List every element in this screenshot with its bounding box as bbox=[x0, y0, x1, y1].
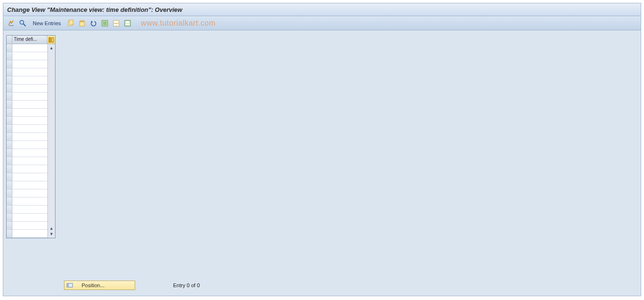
scroll-up-icon[interactable]: ▲ bbox=[49, 45, 55, 51]
cell-time-definition[interactable] bbox=[12, 173, 47, 181]
svg-rect-13 bbox=[126, 21, 129, 23]
cell-time-definition[interactable] bbox=[12, 141, 47, 149]
cell-time-definition[interactable] bbox=[12, 133, 47, 141]
cell-time-definition[interactable] bbox=[12, 165, 47, 173]
cell-time-definition[interactable] bbox=[12, 214, 47, 222]
row-selector[interactable] bbox=[7, 149, 12, 157]
page-title: Change View "Maintenance view: time defi… bbox=[7, 6, 182, 13]
table-row[interactable] bbox=[7, 93, 47, 101]
row-selector[interactable] bbox=[7, 109, 12, 117]
cell-time-definition[interactable] bbox=[12, 68, 47, 76]
table-row[interactable] bbox=[7, 125, 47, 133]
table-row[interactable] bbox=[7, 157, 47, 165]
cell-time-definition[interactable] bbox=[12, 197, 47, 206]
row-selector[interactable] bbox=[7, 125, 12, 133]
row-selector[interactable] bbox=[7, 173, 12, 181]
table-row[interactable] bbox=[7, 197, 47, 206]
table-row[interactable] bbox=[7, 109, 47, 117]
row-selector-header[interactable] bbox=[7, 36, 12, 44]
position-button[interactable]: Position... bbox=[64, 281, 135, 290]
row-selector[interactable] bbox=[7, 189, 12, 197]
scroll-up2-icon[interactable]: ▲ bbox=[49, 225, 55, 231]
row-selector[interactable] bbox=[7, 181, 12, 189]
table-row[interactable] bbox=[7, 68, 47, 76]
print-icon[interactable] bbox=[123, 19, 132, 28]
table-row[interactable] bbox=[7, 206, 47, 214]
row-selector[interactable] bbox=[7, 117, 12, 125]
row-selector[interactable] bbox=[7, 52, 12, 60]
row-selector[interactable] bbox=[7, 157, 12, 165]
cell-time-definition[interactable] bbox=[12, 125, 47, 133]
cell-time-definition[interactable] bbox=[12, 149, 47, 157]
find-icon[interactable] bbox=[18, 19, 27, 28]
cell-time-definition[interactable] bbox=[12, 44, 47, 52]
cell-time-definition[interactable] bbox=[12, 84, 47, 93]
new-entries-button[interactable]: New Entries bbox=[30, 19, 64, 27]
deselect-all-icon[interactable] bbox=[112, 19, 120, 28]
cell-time-definition[interactable] bbox=[12, 117, 47, 125]
cell-time-definition[interactable] bbox=[12, 222, 47, 230]
row-selector[interactable] bbox=[7, 165, 12, 173]
table-row[interactable] bbox=[7, 76, 47, 84]
svg-rect-9 bbox=[103, 21, 107, 25]
svg-point-0 bbox=[20, 20, 24, 24]
svg-rect-18 bbox=[67, 283, 69, 287]
row-selector[interactable] bbox=[7, 68, 12, 76]
svg-rect-4 bbox=[80, 22, 84, 26]
column-header-time-definition[interactable]: Time defi... bbox=[12, 36, 47, 44]
svg-rect-12 bbox=[125, 20, 130, 26]
cell-time-definition[interactable] bbox=[12, 181, 47, 189]
row-selector[interactable] bbox=[7, 60, 12, 68]
vertical-scrollbar[interactable]: ▲ ▲ ▼ bbox=[47, 44, 55, 238]
table-row[interactable] bbox=[7, 222, 47, 230]
row-selector[interactable] bbox=[7, 84, 12, 93]
copy-icon[interactable] bbox=[66, 19, 75, 28]
row-selector[interactable] bbox=[7, 230, 12, 238]
delete-icon[interactable] bbox=[78, 19, 86, 28]
select-all-icon[interactable] bbox=[101, 19, 109, 28]
toggle-display-change-icon[interactable] bbox=[7, 19, 16, 28]
table-header-row: Time defi... bbox=[7, 36, 55, 44]
cell-time-definition[interactable] bbox=[12, 230, 47, 238]
cell-time-definition[interactable] bbox=[12, 109, 47, 117]
row-selector[interactable] bbox=[7, 197, 12, 206]
table-row[interactable] bbox=[7, 173, 47, 181]
row-selector[interactable] bbox=[7, 222, 12, 230]
cell-time-definition[interactable] bbox=[12, 157, 47, 165]
cell-time-definition[interactable] bbox=[12, 206, 47, 214]
row-selector[interactable] bbox=[7, 206, 12, 214]
scroll-down-icon[interactable]: ▼ bbox=[49, 231, 55, 237]
row-selector[interactable] bbox=[7, 76, 12, 84]
table-row[interactable] bbox=[7, 165, 47, 173]
cell-time-definition[interactable] bbox=[12, 60, 47, 68]
row-selector[interactable] bbox=[7, 101, 12, 109]
row-selector[interactable] bbox=[7, 133, 12, 141]
table-row[interactable] bbox=[7, 117, 47, 125]
table-row[interactable] bbox=[7, 214, 47, 222]
table-row[interactable] bbox=[7, 60, 47, 68]
cell-time-definition[interactable] bbox=[12, 101, 47, 109]
table-row[interactable] bbox=[7, 101, 47, 109]
row-selector[interactable] bbox=[7, 214, 12, 222]
table-row[interactable] bbox=[7, 230, 47, 238]
cell-time-definition[interactable] bbox=[12, 189, 47, 197]
table-row[interactable] bbox=[7, 181, 47, 189]
row-selector[interactable] bbox=[7, 141, 12, 149]
table-row[interactable] bbox=[7, 189, 47, 197]
table-settings-icon[interactable] bbox=[47, 36, 55, 44]
table-row[interactable] bbox=[7, 149, 47, 157]
table-row[interactable] bbox=[7, 44, 47, 52]
row-selector[interactable] bbox=[7, 93, 12, 101]
content-area: Time defi... ▲ ▲ ▼ Position... Entry 0 o… bbox=[3, 30, 641, 296]
row-selector[interactable] bbox=[7, 44, 12, 52]
table-row[interactable] bbox=[7, 84, 47, 93]
cell-time-definition[interactable] bbox=[12, 93, 47, 101]
cell-time-definition[interactable] bbox=[12, 76, 47, 84]
cell-time-definition[interactable] bbox=[12, 52, 47, 60]
table-row[interactable] bbox=[7, 141, 47, 149]
table-row[interactable] bbox=[7, 52, 47, 60]
undo-icon[interactable] bbox=[89, 19, 98, 28]
table-row[interactable] bbox=[7, 133, 47, 141]
svg-rect-3 bbox=[69, 20, 73, 25]
position-icon bbox=[66, 282, 73, 289]
